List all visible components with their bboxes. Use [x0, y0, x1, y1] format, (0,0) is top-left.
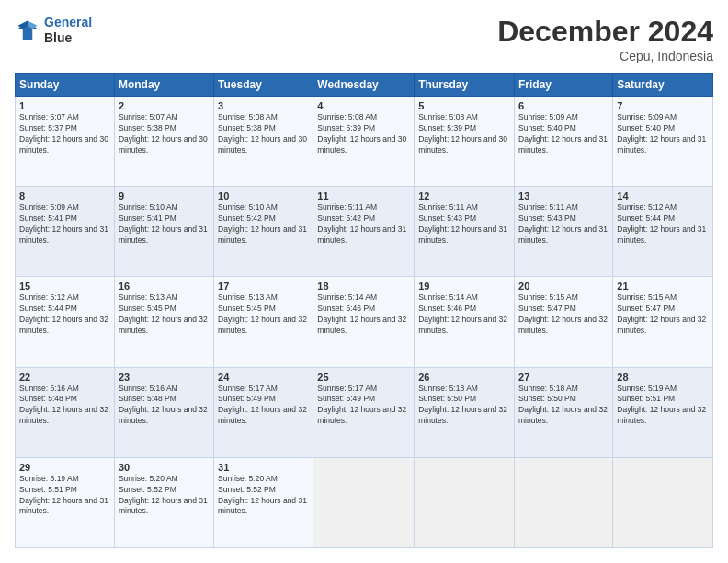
day-info: Sunrise: 5:09 AM Sunset: 5:40 PM Dayligh…: [518, 112, 609, 156]
day-cell: 12 Sunrise: 5:11 AM Sunset: 5:43 PM Dayl…: [415, 187, 515, 277]
day-info: Sunrise: 5:17 AM Sunset: 5:49 PM Dayligh…: [317, 384, 410, 428]
day-info: Sunrise: 5:14 AM Sunset: 5:46 PM Dayligh…: [418, 293, 510, 337]
day-number: 5: [418, 100, 510, 111]
day-number: 10: [218, 190, 309, 201]
day-number: 23: [119, 372, 210, 383]
day-cell: 7 Sunrise: 5:09 AM Sunset: 5:40 PM Dayli…: [613, 97, 713, 187]
day-cell: 16 Sunrise: 5:13 AM Sunset: 5:45 PM Dayl…: [114, 277, 213, 367]
day-cell: 27 Sunrise: 5:18 AM Sunset: 5:50 PM Dayl…: [515, 367, 613, 457]
header-cell-tuesday: Tuesday: [214, 74, 313, 97]
day-info: Sunrise: 5:14 AM Sunset: 5:46 PM Dayligh…: [317, 293, 410, 337]
day-number: 9: [119, 190, 210, 201]
title-block: December 2024 Cepu, Indonesia: [497, 15, 713, 63]
day-info: Sunrise: 5:11 AM Sunset: 5:42 PM Dayligh…: [317, 202, 410, 247]
calendar-header: SundayMondayTuesdayWednesdayThursdayFrid…: [16, 74, 713, 97]
week-row-5: 29 Sunrise: 5:19 AM Sunset: 5:51 PM Dayl…: [16, 457, 713, 547]
day-cell: 10 Sunrise: 5:10 AM Sunset: 5:42 PM Dayl…: [214, 187, 313, 277]
day-info: Sunrise: 5:13 AM Sunset: 5:45 PM Dayligh…: [218, 293, 309, 337]
day-cell: 20 Sunrise: 5:15 AM Sunset: 5:47 PM Dayl…: [515, 277, 613, 367]
day-cell: 24 Sunrise: 5:17 AM Sunset: 5:49 PM Dayl…: [214, 367, 313, 457]
day-number: 14: [617, 190, 709, 201]
header-cell-monday: Monday: [114, 74, 213, 97]
day-cell: 21 Sunrise: 5:15 AM Sunset: 5:47 PM Dayl…: [613, 277, 713, 367]
logo-text: General Blue: [44, 15, 92, 46]
day-cell: 9 Sunrise: 5:10 AM Sunset: 5:41 PM Dayli…: [114, 187, 213, 277]
day-number: 1: [19, 100, 110, 111]
day-info: Sunrise: 5:13 AM Sunset: 5:45 PM Dayligh…: [119, 293, 210, 337]
day-info: Sunrise: 5:08 AM Sunset: 5:39 PM Dayligh…: [418, 112, 510, 156]
day-info: Sunrise: 5:12 AM Sunset: 5:44 PM Dayligh…: [19, 293, 110, 337]
day-number: 27: [518, 372, 609, 383]
day-info: Sunrise: 5:11 AM Sunset: 5:43 PM Dayligh…: [518, 202, 609, 247]
day-cell: 14 Sunrise: 5:12 AM Sunset: 5:44 PM Dayl…: [613, 187, 713, 277]
calendar-page: General Blue December 2024 Cepu, Indones…: [0, 0, 728, 563]
header-cell-friday: Friday: [515, 74, 613, 97]
day-cell: 29 Sunrise: 5:19 AM Sunset: 5:51 PM Dayl…: [16, 457, 115, 547]
page-header: General Blue December 2024 Cepu, Indones…: [15, 15, 713, 63]
day-info: Sunrise: 5:16 AM Sunset: 5:48 PM Dayligh…: [119, 384, 210, 428]
day-number: 29: [19, 462, 110, 473]
day-info: Sunrise: 5:19 AM Sunset: 5:51 PM Dayligh…: [19, 474, 110, 518]
day-number: 30: [119, 462, 210, 473]
day-number: 2: [119, 100, 210, 111]
header-cell-wednesday: Wednesday: [313, 74, 415, 97]
day-info: Sunrise: 5:08 AM Sunset: 5:38 PM Dayligh…: [218, 112, 309, 156]
day-number: 28: [617, 372, 709, 383]
day-cell: 1 Sunrise: 5:07 AM Sunset: 5:37 PM Dayli…: [16, 97, 115, 187]
day-info: Sunrise: 5:07 AM Sunset: 5:37 PM Dayligh…: [19, 112, 110, 156]
day-cell: [613, 457, 713, 547]
day-cell: 28 Sunrise: 5:19 AM Sunset: 5:51 PM Dayl…: [613, 367, 713, 457]
location: Cepu, Indonesia: [497, 49, 713, 63]
day-cell: [415, 457, 515, 547]
day-number: 25: [317, 372, 410, 383]
day-number: 18: [317, 281, 410, 292]
day-info: Sunrise: 5:18 AM Sunset: 5:50 PM Dayligh…: [518, 384, 609, 428]
day-cell: 25 Sunrise: 5:17 AM Sunset: 5:49 PM Dayl…: [313, 367, 415, 457]
week-row-2: 8 Sunrise: 5:09 AM Sunset: 5:41 PM Dayli…: [16, 187, 713, 277]
logo-blue: Blue: [44, 30, 92, 46]
day-number: 11: [317, 190, 410, 201]
logo-icon: [15, 17, 40, 43]
day-number: 8: [19, 190, 110, 201]
day-cell: 2 Sunrise: 5:07 AM Sunset: 5:38 PM Dayli…: [114, 97, 213, 187]
day-number: 22: [19, 372, 110, 383]
day-cell: 26 Sunrise: 5:18 AM Sunset: 5:50 PM Dayl…: [415, 367, 515, 457]
week-row-1: 1 Sunrise: 5:07 AM Sunset: 5:37 PM Dayli…: [16, 97, 713, 187]
day-cell: 22 Sunrise: 5:16 AM Sunset: 5:48 PM Dayl…: [16, 367, 115, 457]
logo-general: General: [44, 15, 92, 29]
header-cell-saturday: Saturday: [613, 74, 713, 97]
day-cell: [515, 457, 613, 547]
day-info: Sunrise: 5:09 AM Sunset: 5:40 PM Dayligh…: [617, 112, 709, 156]
day-cell: 31 Sunrise: 5:20 AM Sunset: 5:52 PM Dayl…: [214, 457, 313, 547]
day-number: 16: [119, 281, 210, 292]
day-number: 26: [418, 372, 510, 383]
month-title: December 2024: [497, 15, 713, 49]
day-cell: 8 Sunrise: 5:09 AM Sunset: 5:41 PM Dayli…: [16, 187, 115, 277]
logo: General Blue: [15, 15, 92, 46]
day-cell: [313, 457, 415, 547]
day-cell: 4 Sunrise: 5:08 AM Sunset: 5:39 PM Dayli…: [313, 97, 415, 187]
day-number: 6: [518, 100, 609, 111]
day-info: Sunrise: 5:17 AM Sunset: 5:49 PM Dayligh…: [218, 384, 309, 428]
header-cell-thursday: Thursday: [415, 74, 515, 97]
calendar-table: SundayMondayTuesdayWednesdayThursdayFrid…: [15, 73, 713, 548]
day-cell: 18 Sunrise: 5:14 AM Sunset: 5:46 PM Dayl…: [313, 277, 415, 367]
day-info: Sunrise: 5:12 AM Sunset: 5:44 PM Dayligh…: [617, 202, 709, 247]
day-cell: 15 Sunrise: 5:12 AM Sunset: 5:44 PM Dayl…: [16, 277, 115, 367]
day-number: 13: [518, 190, 609, 201]
day-number: 19: [418, 281, 510, 292]
day-number: 31: [218, 462, 309, 473]
header-row: SundayMondayTuesdayWednesdayThursdayFrid…: [16, 74, 713, 97]
day-info: Sunrise: 5:19 AM Sunset: 5:51 PM Dayligh…: [617, 384, 709, 428]
day-cell: 13 Sunrise: 5:11 AM Sunset: 5:43 PM Dayl…: [515, 187, 613, 277]
day-cell: 30 Sunrise: 5:20 AM Sunset: 5:52 PM Dayl…: [114, 457, 213, 547]
day-info: Sunrise: 5:15 AM Sunset: 5:47 PM Dayligh…: [617, 293, 709, 337]
day-info: Sunrise: 5:20 AM Sunset: 5:52 PM Dayligh…: [218, 474, 309, 518]
day-info: Sunrise: 5:18 AM Sunset: 5:50 PM Dayligh…: [418, 384, 510, 428]
day-number: 24: [218, 372, 309, 383]
day-cell: 3 Sunrise: 5:08 AM Sunset: 5:38 PM Dayli…: [214, 97, 313, 187]
day-cell: 19 Sunrise: 5:14 AM Sunset: 5:46 PM Dayl…: [415, 277, 515, 367]
day-info: Sunrise: 5:16 AM Sunset: 5:48 PM Dayligh…: [19, 384, 110, 428]
day-info: Sunrise: 5:10 AM Sunset: 5:41 PM Dayligh…: [119, 202, 210, 247]
day-info: Sunrise: 5:09 AM Sunset: 5:41 PM Dayligh…: [19, 202, 110, 247]
